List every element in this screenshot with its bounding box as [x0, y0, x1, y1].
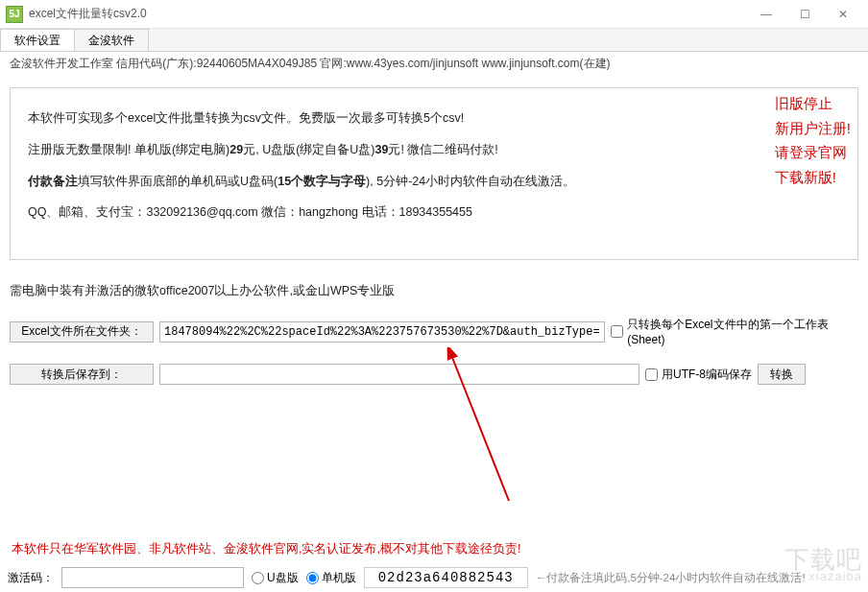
minimize-button[interactable]: — [747, 1, 785, 28]
activation-label: 激活码： [8, 570, 54, 586]
window-title: excel文件批量转csv2.0 [29, 6, 747, 22]
first-sheet-checkbox[interactable]: 只转换每个Excel文件中的第一个工作表(Sheet) [611, 317, 858, 346]
titlebar: 5J excel文件批量转csv2.0 — ☐ ✕ [0, 0, 868, 29]
first-sheet-checkbox-input[interactable] [611, 325, 623, 338]
requirement-text: 需电脑中装有并激活的微软office2007以上办公软件,或金山WPS专业版 [10, 283, 858, 299]
local-radio[interactable]: 单机版 [306, 570, 356, 586]
first-sheet-label: 只转换每个Excel文件中的第一个工作表(Sheet) [627, 317, 858, 346]
utf8-label: 用UTF-8编码保存 [662, 367, 752, 383]
info-panel: 本软件可实现多个excel文件批量转换为csv文件。免费版一次最多可转换5个cs… [10, 87, 858, 260]
dest-row: 转换后保存到： 用UTF-8编码保存 转换 [10, 364, 858, 385]
info-line-3: 付款备注填写软件界面底部的单机码或U盘码(15个数字与字母), 5分钟-24小时… [28, 173, 840, 191]
machine-code: 02d23a640882543 [364, 567, 528, 588]
utf8-checkbox[interactable]: 用UTF-8编码保存 [645, 367, 752, 383]
local-radio-input[interactable] [306, 572, 319, 584]
company-header: 金浚软件开发工作室 信用代码(广东):92440605MA4X049J85 官网… [10, 56, 858, 72]
footer-bar: 激活码： U盘版 单机版 02d23a640882543 ←付款备注填此码,5分… [0, 567, 868, 588]
activation-code-input[interactable] [61, 567, 244, 588]
notice-line-1: 旧版停止 [775, 91, 851, 116]
info-line-2: 注册版无数量限制! 单机版(绑定电脑)29元, U盘版(绑定自备U盘)39元! … [28, 141, 840, 159]
dest-path-input[interactable] [159, 364, 639, 385]
maximize-button[interactable]: ☐ [785, 1, 824, 28]
browse-source-button[interactable]: Excel文件所在文件夹： [10, 321, 154, 343]
notice-line-2: 新用户注册! [775, 116, 851, 141]
utf8-checkbox-input[interactable] [645, 368, 658, 381]
side-notice: 旧版停止 新用户注册! 请登录官网 下载新版! [775, 91, 851, 189]
usb-radio[interactable]: U盘版 [252, 570, 299, 586]
warning-text: 本软件只在华军软件园、非凡软件站、金浚软件官网,实名认证发布,概不对其他下载途径… [12, 541, 520, 557]
notice-line-3: 请登录官网 [775, 140, 851, 165]
tab-jinjun[interactable]: 金浚软件 [74, 29, 149, 51]
activation-hint: ←付款备注填此码,5分钟-24小时内软件自动在线激活! [536, 571, 806, 585]
tab-settings[interactable]: 软件设置 [0, 29, 75, 51]
convert-button[interactable]: 转换 [758, 364, 806, 385]
source-row: Excel文件所在文件夹： 只转换每个Excel文件中的第一个工作表(Sheet… [10, 317, 858, 346]
info-line-1: 本软件可实现多个excel文件批量转换为csv文件。免费版一次最多可转换5个cs… [28, 109, 840, 128]
notice-line-4: 下载新版! [775, 165, 851, 190]
browse-dest-button[interactable]: 转换后保存到： [10, 364, 154, 385]
tab-bar: 软件设置 金浚软件 [0, 29, 868, 52]
info-line-4: QQ、邮箱、支付宝：332092136@qq.com 微信：hangzhong … [28, 203, 840, 222]
usb-radio-input[interactable] [252, 572, 264, 584]
source-path-input[interactable] [159, 321, 605, 343]
close-button[interactable]: ✕ [824, 1, 862, 28]
app-logo-icon: 5J [6, 6, 23, 23]
